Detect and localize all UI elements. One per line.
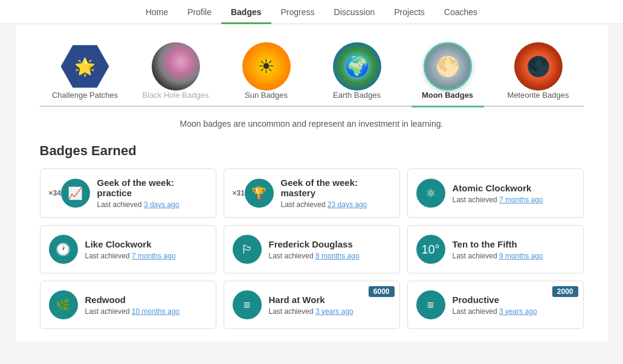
badge-points: 2000 bbox=[552, 286, 578, 297]
top-navigation: Home Profile Badges Progress Discussion … bbox=[0, 0, 623, 24]
sun-icon: ☀ bbox=[242, 42, 291, 91]
badge-name: Redwood bbox=[85, 295, 207, 305]
badge-card-hard-at-work: 6000≡ Hard at Work Last achieved 3 years… bbox=[224, 281, 400, 329]
badge-last-achieved: Last achieved 23 days ago bbox=[281, 200, 391, 209]
badge-count: ×31 bbox=[233, 189, 245, 197]
badge-name: Atomic Clockwork bbox=[453, 183, 575, 193]
badge-icon: 🌿 bbox=[49, 290, 78, 319]
badge-icon: 🏆 bbox=[245, 179, 274, 208]
challenge-icon: 🌟 bbox=[61, 42, 109, 91]
nav-progress[interactable]: Progress bbox=[271, 0, 324, 24]
badge-info: Geek of the week: practice Last achieved… bbox=[97, 177, 207, 209]
badge-card-redwood: 🌿 Redwood Last achieved 10 months ago bbox=[40, 281, 216, 329]
badge-last-achieved: Last achieved 3 days ago bbox=[97, 200, 207, 209]
badge-categories-row: 🌟 Challenge Patches Black Hole Badges ☀ … bbox=[40, 36, 584, 107]
badge-last-achieved: Last achieved 3 years ago bbox=[269, 307, 391, 316]
badge-card-frederick-douglass: 🏳 Frederick Douglass Last achieved 8 mon… bbox=[224, 225, 400, 273]
badge-time-link[interactable]: 7 months ago bbox=[132, 252, 176, 260]
badge-time-link[interactable]: 8 months ago bbox=[315, 252, 360, 260]
badge-time-link[interactable]: 10 months ago bbox=[132, 307, 179, 316]
category-blackhole-label: Black Hole Badges bbox=[143, 91, 209, 100]
category-challenge[interactable]: 🌟 Challenge Patches bbox=[49, 42, 121, 106]
badge-time-link[interactable]: 3 years ago bbox=[315, 307, 353, 316]
badge-card-like-clockwork: 🕐 Like Clockwork Last achieved 7 months … bbox=[40, 225, 216, 273]
nav-projects[interactable]: Projects bbox=[384, 0, 434, 24]
badge-card-ten-to-the-fifth: 10° Ten to the Fifth Last achieved 9 mon… bbox=[407, 225, 584, 273]
badge-time-link[interactable]: 9 months ago bbox=[499, 252, 543, 260]
category-sun[interactable]: ☀ Sun Badges bbox=[230, 42, 303, 106]
meteorite-icon: 🌑 bbox=[514, 42, 563, 91]
badge-card-geek-week-practice: ×34📈 Geek of the week: practice Last ach… bbox=[40, 168, 216, 218]
badge-last-achieved: Last achieved 7 months ago bbox=[85, 252, 207, 260]
nav-badges[interactable]: Badges bbox=[221, 0, 271, 24]
category-challenge-label: Challenge Patches bbox=[52, 91, 118, 100]
category-meteorite-label: Meteorite Badges bbox=[508, 91, 569, 100]
badge-card-productive: 2000≡ Productive Last achieved 3 years a… bbox=[407, 281, 584, 329]
page-content: 🌟 Challenge Patches Black Hole Badges ☀ … bbox=[16, 24, 608, 341]
badge-last-achieved: Last achieved 8 months ago bbox=[269, 252, 391, 260]
nav-profile[interactable]: Profile bbox=[178, 0, 221, 24]
badge-info: Like Clockwork Last achieved 7 months ag… bbox=[85, 239, 207, 260]
badge-info: Frederick Douglass Last achieved 8 month… bbox=[269, 239, 391, 260]
badges-grid: ×34📈 Geek of the week: practice Last ach… bbox=[40, 168, 584, 329]
badge-time-link[interactable]: 3 days ago bbox=[144, 200, 179, 209]
badge-time-link[interactable]: 3 years ago bbox=[499, 307, 537, 316]
badge-name: Like Clockwork bbox=[85, 239, 207, 249]
badge-card-atomic-clockwork: ⚛ Atomic Clockwork Last achieved 7 month… bbox=[407, 168, 584, 218]
earth-icon: 🌍 bbox=[333, 42, 381, 91]
badge-last-achieved: Last achieved 9 months ago bbox=[453, 252, 575, 260]
category-description: Moon badges are uncommon and represent a… bbox=[40, 119, 584, 129]
badge-time-link[interactable]: 23 days ago bbox=[328, 200, 367, 209]
badge-time-link[interactable]: 7 months ago bbox=[499, 196, 543, 204]
badge-info: Ten to the Fifth Last achieved 9 months … bbox=[453, 239, 575, 260]
badge-name: Frederick Douglass bbox=[269, 239, 391, 249]
badge-name: Ten to the Fifth bbox=[453, 239, 575, 249]
badge-last-achieved: Last achieved 7 months ago bbox=[453, 196, 575, 204]
badge-name: Geek of the week: mastery bbox=[281, 177, 391, 198]
badge-icon: 🕐 bbox=[49, 235, 78, 264]
badge-icon: 📈 bbox=[61, 179, 90, 208]
category-earth[interactable]: 🌍 Earth Badges bbox=[321, 42, 393, 106]
badge-icon: ≡ bbox=[416, 290, 445, 319]
badge-points: 6000 bbox=[369, 286, 395, 297]
category-sun-label: Sun Badges bbox=[245, 91, 288, 100]
badge-info: Atomic Clockwork Last achieved 7 months … bbox=[453, 183, 575, 204]
badge-info: Geek of the week: mastery Last achieved … bbox=[281, 177, 391, 209]
nav-home[interactable]: Home bbox=[136, 0, 178, 24]
category-earth-label: Earth Badges bbox=[333, 91, 381, 100]
badge-icon: ≡ bbox=[233, 290, 262, 319]
category-meteorite[interactable]: 🌑 Meteorite Badges bbox=[502, 42, 575, 106]
badge-card-geek-week-mastery: ×31🏆 Geek of the week: mastery Last achi… bbox=[224, 168, 400, 218]
badge-name: Geek of the week: practice bbox=[97, 177, 207, 198]
badge-last-achieved: Last achieved 10 months ago bbox=[85, 307, 207, 316]
badge-icon: 🏳 bbox=[233, 235, 262, 264]
blackhole-icon bbox=[152, 42, 200, 91]
badges-earned-title: Badges Earned bbox=[40, 143, 584, 159]
category-moon-label: Moon Badges bbox=[422, 91, 473, 100]
badge-info: Productive Last achieved 3 years ago bbox=[453, 295, 575, 316]
category-blackhole[interactable]: Black Hole Badges bbox=[140, 42, 212, 106]
badge-info: Redwood Last achieved 10 months ago bbox=[85, 295, 207, 316]
nav-discussion[interactable]: Discussion bbox=[324, 0, 385, 24]
badge-last-achieved: Last achieved 3 years ago bbox=[453, 307, 575, 316]
nav-coaches[interactable]: Coaches bbox=[434, 0, 487, 24]
badge-icon: ⚛ bbox=[416, 179, 445, 208]
badge-info: Hard at Work Last achieved 3 years ago bbox=[269, 295, 391, 316]
moon-icon: 🌕 bbox=[424, 42, 472, 91]
badge-count: ×34 bbox=[49, 189, 61, 197]
category-moon[interactable]: 🌕 Moon Badges bbox=[412, 42, 484, 107]
badge-icon: 10° bbox=[416, 235, 445, 264]
